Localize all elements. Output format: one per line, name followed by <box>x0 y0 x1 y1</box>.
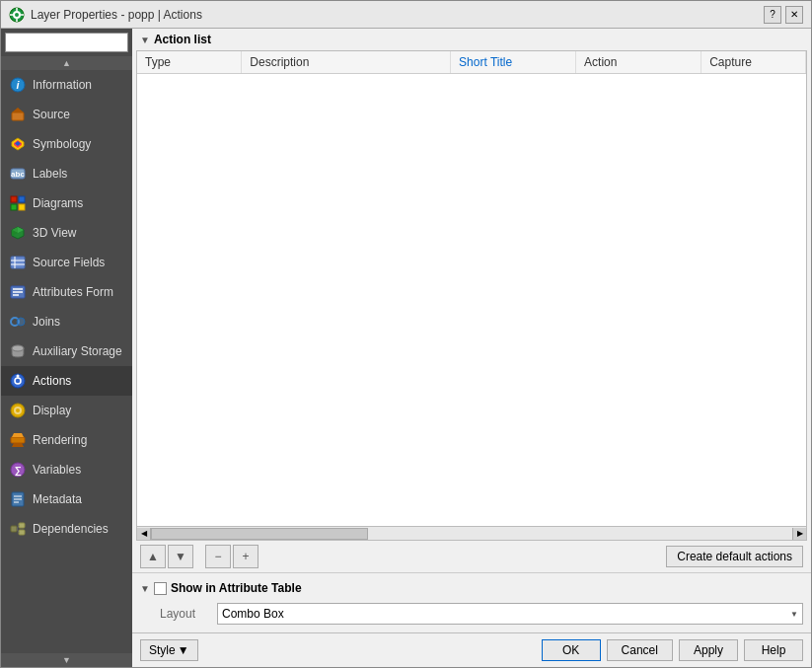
sidebar-item-diagrams[interactable]: Diagrams <box>1 188 132 218</box>
svg-text:abc: abc <box>11 170 25 179</box>
sidebar-label-diagrams: Diagrams <box>33 196 83 210</box>
aux-icon <box>9 342 27 360</box>
action-table-wrapper[interactable]: Type Description Short Title Action <box>136 50 807 527</box>
svg-rect-16 <box>11 196 17 202</box>
3dview-icon <box>9 224 27 242</box>
source-icon <box>9 106 27 123</box>
cancel-button[interactable]: Cancel <box>607 639 673 661</box>
ok-button[interactable]: OK <box>542 639 601 661</box>
bottom-bar: Style ▼ OK Cancel Apply Help <box>132 632 811 667</box>
remove-action-button[interactable]: − <box>205 545 231 568</box>
svg-marker-44 <box>12 433 24 437</box>
sidebar-item-actions[interactable]: Actions <box>1 366 132 396</box>
svg-point-38 <box>17 375 20 378</box>
app-icon <box>9 7 25 23</box>
svg-rect-19 <box>19 204 25 210</box>
sidebar-label-rendering: Rendering <box>33 433 87 447</box>
sidebar-item-variables[interactable]: ∑ Variables <box>1 455 132 484</box>
metadata-icon <box>9 490 27 508</box>
sidebar-item-labels[interactable]: abc Labels <box>1 159 132 188</box>
sidebar-item-source-fields[interactable]: Source Fields <box>1 248 132 277</box>
symbology-icon <box>9 135 27 153</box>
sidebar-item-dependencies[interactable]: Dependencies <box>1 514 132 544</box>
move-up-button[interactable]: ▲ <box>140 545 166 568</box>
sidebar-label-source-fields: Source Fields <box>33 256 105 269</box>
action-list-title: Action list <box>154 33 211 46</box>
variables-icon: ∑ <box>9 461 27 479</box>
svg-marker-45 <box>12 443 24 447</box>
sidebar-item-rendering[interactable]: Rendering <box>1 425 132 455</box>
svg-point-33 <box>17 318 25 326</box>
sidebar-item-3dview[interactable]: 3D View <box>1 218 132 248</box>
sidebar-label-labels: Labels <box>33 167 67 181</box>
svg-rect-18 <box>11 204 17 210</box>
action-table: Type Description Short Title Action <box>137 51 806 74</box>
svg-point-42 <box>16 408 20 412</box>
svg-point-35 <box>12 345 24 351</box>
col-action: Action <box>576 51 701 74</box>
svg-point-2 <box>15 13 19 17</box>
main-content: ▲ i Information Source <box>1 29 811 667</box>
svg-rect-53 <box>19 523 25 528</box>
col-short-title: Short Title <box>451 51 576 74</box>
collapse-arrow-2-icon[interactable]: ▼ <box>140 583 150 594</box>
sidebar-label-actions: Actions <box>33 374 71 388</box>
collapse-arrow-icon[interactable]: ▼ <box>140 35 150 45</box>
sidebar-item-attributes-form[interactable]: Attributes Form <box>1 277 132 307</box>
sidebar-scroll: i Information Source <box>1 70 132 653</box>
svg-rect-43 <box>11 437 25 443</box>
sidebar-item-source[interactable]: Source <box>1 100 132 129</box>
sidebar-label-attributes-form: Attributes Form <box>33 285 113 299</box>
style-button[interactable]: Style ▼ <box>140 639 198 661</box>
col-type: Type <box>137 51 242 74</box>
right-panel: ▼ Action list Type Description <box>132 29 811 667</box>
svg-marker-10 <box>12 108 24 112</box>
sidebar-item-information[interactable]: i Information <box>1 70 132 100</box>
deps-icon <box>9 520 27 538</box>
action-list-header: ▼ Action list <box>132 29 811 50</box>
show-in-attribute-table-checkbox[interactable] <box>154 582 167 595</box>
close-button[interactable]: ✕ <box>785 6 803 24</box>
move-down-button[interactable]: ▼ <box>168 545 193 568</box>
svg-rect-52 <box>11 526 17 532</box>
sidebar-item-display[interactable]: Display <box>1 396 132 425</box>
sidebar-item-metadata[interactable]: Metadata <box>1 484 132 514</box>
help-button[interactable]: ? <box>764 6 781 24</box>
title-bar: Layer Properties - popp | Actions ? ✕ <box>1 1 811 29</box>
sidebar-label-information: Information <box>33 78 92 92</box>
apply-button[interactable]: Apply <box>679 639 738 661</box>
layout-combo[interactable]: Combo Box ▼ <box>217 603 803 625</box>
h-scrollbar-thumb[interactable] <box>151 528 368 540</box>
layout-row: Layout Combo Box ▼ <box>140 599 803 629</box>
svg-rect-17 <box>19 196 25 202</box>
sidebar-label-symbology: Symbology <box>33 137 91 151</box>
h-scrollbar-container: ◀ ▶ <box>136 527 807 541</box>
scroll-right-btn[interactable]: ▶ <box>792 528 806 540</box>
help-button-bottom[interactable]: Help <box>744 639 803 661</box>
sidebar-item-auxiliary-storage[interactable]: Auxiliary Storage <box>1 336 132 366</box>
col-description: Description <box>242 51 451 74</box>
scroll-down-btn[interactable]: ▼ <box>62 655 71 665</box>
scroll-up-btn[interactable]: ▲ <box>62 58 71 68</box>
svg-text:∑: ∑ <box>14 465 21 477</box>
col-capture: Capture <box>701 51 806 74</box>
fields-icon <box>9 254 27 271</box>
sidebar-label-3dview: 3D View <box>33 226 76 240</box>
sidebar: ▲ i Information Source <box>1 29 132 667</box>
main-window: Layer Properties - popp | Actions ? ✕ ▲ … <box>0 0 812 668</box>
sidebar-item-symbology[interactable]: Symbology <box>1 129 132 159</box>
create-default-actions-button[interactable]: Create default actions <box>666 546 803 567</box>
svg-rect-24 <box>11 257 25 268</box>
display-icon <box>9 402 27 419</box>
scroll-left-btn[interactable]: ◀ <box>137 528 151 540</box>
search-box <box>1 29 132 56</box>
svg-rect-54 <box>19 530 25 535</box>
diagrams-icon <box>9 194 27 212</box>
sidebar-item-joins[interactable]: Joins <box>1 307 132 336</box>
search-input[interactable] <box>5 33 128 52</box>
add-action-button[interactable]: + <box>233 545 258 568</box>
sidebar-label-metadata: Metadata <box>33 492 82 506</box>
actions-icon <box>9 372 27 390</box>
rendering-icon <box>9 431 27 449</box>
joins-icon <box>9 313 27 331</box>
